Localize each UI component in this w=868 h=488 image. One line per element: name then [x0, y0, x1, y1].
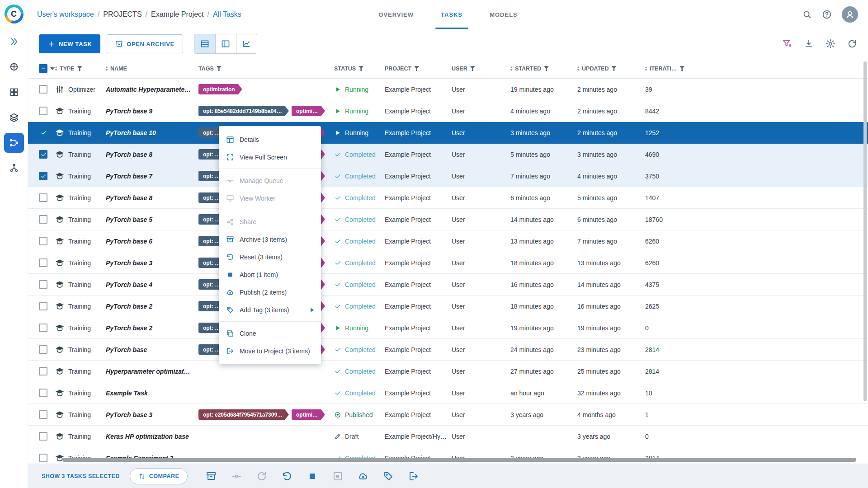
horizontal-scrollbar[interactable]: [62, 458, 856, 462]
show-selected-link[interactable]: SHOW 3 TASKS SELECTED: [42, 473, 120, 479]
abort-icon[interactable]: [307, 471, 318, 482]
table-row[interactable]: Training PyTorch base 3 opt: …optimi… Co…: [28, 252, 868, 274]
table-row[interactable]: Training PyTorch base 5 opt: …optimi… Co…: [28, 209, 868, 230]
row-checkbox[interactable]: [39, 367, 47, 375]
column-header[interactable]: ▴▾ NAME: [106, 66, 198, 72]
new-task-button[interactable]: NEW TASK: [39, 34, 100, 53]
chart-view-button[interactable]: [236, 34, 257, 53]
column-header[interactable]: ▴▾ ITERATI…: [645, 66, 868, 72]
add-tag-icon[interactable]: [383, 471, 394, 482]
task-name[interactable]: Automatic Hyperparamete…: [106, 86, 192, 93]
context-menu-item[interactable]: Abort (1 item): [219, 266, 321, 283]
context-menu-item[interactable]: View Full Screen: [219, 148, 321, 166]
move-to-project-icon[interactable]: [408, 471, 419, 482]
filter-funnel-icon[interactable]: [359, 66, 363, 71]
row-checkbox[interactable]: [39, 128, 47, 137]
user-avatar[interactable]: [842, 6, 858, 23]
task-name[interactable]: PyTorch base 3: [106, 411, 192, 418]
sidebar-item-dashboard[interactable]: [4, 57, 24, 77]
filter-funnel-icon[interactable]: [612, 66, 617, 71]
filter-funnel-icon[interactable]: [470, 66, 475, 71]
row-checkbox[interactable]: [39, 389, 47, 397]
filter-funnel-icon[interactable]: [679, 66, 684, 71]
table-row[interactable]: Training PyTorch base 9 opt: 85e5482ddd7…: [28, 100, 868, 122]
context-menu-item[interactable]: Publish (2 items): [219, 283, 321, 301]
row-checkbox[interactable]: [39, 280, 47, 289]
task-name[interactable]: PyTorch base 6: [106, 238, 192, 245]
table-row[interactable]: Training PyTorch base 10 opt: …optimi… R…: [28, 122, 868, 144]
context-menu-item[interactable]: Reset (3 items): [219, 248, 321, 266]
filter-funnel-icon[interactable]: [544, 66, 549, 71]
compare-button[interactable]: COMPARE: [130, 468, 188, 484]
sidebar-item-expand[interactable]: [4, 32, 24, 52]
row-checkbox[interactable]: [39, 324, 47, 332]
vertical-scrollbar[interactable]: [863, 61, 867, 456]
sort-icon[interactable]: ▴▾: [106, 66, 108, 71]
sidebar-item-datasets[interactable]: [4, 108, 24, 127]
row-checkbox[interactable]: [39, 237, 47, 245]
card-view-button[interactable]: [215, 34, 236, 53]
search-icon[interactable]: [802, 9, 812, 19]
column-header[interactable]: ▴▾ STARTED: [510, 66, 577, 72]
row-checkbox[interactable]: [39, 85, 47, 94]
reset-icon[interactable]: [282, 471, 292, 482]
column-header[interactable]: STATUS: [334, 66, 385, 72]
context-menu-item[interactable]: Move to Project (3 items): [219, 342, 321, 360]
context-menu-item[interactable]: Archive (3 items): [219, 230, 321, 248]
task-name[interactable]: PyTorch base 5: [106, 216, 192, 223]
sort-icon[interactable]: ▴▾: [510, 66, 512, 71]
task-name[interactable]: PyTorch base 2: [106, 324, 192, 332]
context-menu-item[interactable]: Details: [219, 131, 321, 148]
download-icon[interactable]: [804, 39, 814, 49]
task-name[interactable]: PyTorch base 4: [106, 281, 192, 288]
publish-icon[interactable]: [358, 471, 368, 482]
row-checkbox[interactable]: [39, 454, 47, 462]
sort-icon[interactable]: ▴▾: [645, 66, 647, 71]
sort-icon[interactable]: ▴▾: [55, 66, 57, 71]
table-row[interactable]: Training Hyperparameter optimizati… Comp…: [28, 361, 868, 382]
select-all-checkbox[interactable]: [39, 64, 47, 73]
help-icon[interactable]: [822, 9, 832, 19]
task-name[interactable]: PyTorch base: [106, 346, 192, 353]
table-row[interactable]: Training PyTorch base 4 opt: …optimi… Co…: [28, 274, 868, 296]
row-checkbox[interactable]: [39, 432, 47, 441]
breadcrumb-item[interactable]: All Tasks: [213, 10, 241, 19]
column-header[interactable]: TAGS: [198, 66, 334, 72]
table-row[interactable]: Training PyTorch base 2 opt: …optimi… Ru…: [28, 317, 868, 339]
settings-gear-icon[interactable]: [826, 39, 835, 49]
table-row[interactable]: Training Example Task Completed Example …: [28, 382, 868, 404]
table-row[interactable]: Training PyTorch base 3 opt: e205d684f79…: [28, 404, 868, 426]
open-archive-button[interactable]: OPEN ARCHIVE: [107, 34, 183, 53]
sort-icon[interactable]: ▴▾: [577, 66, 579, 71]
table-row[interactable]: Training Keras HP optimization base Draf…: [28, 426, 868, 447]
row-checkbox[interactable]: [39, 107, 47, 115]
selection-dropdown-caret[interactable]: [50, 67, 55, 70]
breadcrumb-item[interactable]: PROJECTS: [103, 10, 142, 19]
row-checkbox[interactable]: [39, 193, 47, 202]
row-checkbox[interactable]: [39, 258, 47, 267]
task-name[interactable]: PyTorch base 8: [106, 194, 192, 202]
task-name[interactable]: Example Task: [106, 389, 192, 397]
filter-funnel-icon[interactable]: [217, 66, 222, 71]
task-name[interactable]: PyTorch base 7: [106, 173, 192, 180]
column-header[interactable]: ▴▾ UPDATED: [577, 66, 645, 72]
sidebar-item-pipelines-active[interactable]: [4, 133, 24, 153]
table-row[interactable]: Optimizer Automatic Hyperparamete… optim…: [28, 79, 868, 100]
tab-models[interactable]: MODELS: [478, 0, 529, 29]
clear-filters-icon[interactable]: [782, 39, 792, 49]
task-name[interactable]: PyTorch base 8: [106, 151, 192, 158]
auto-refresh-icon[interactable]: [847, 39, 857, 49]
task-name[interactable]: Keras HP optimization base: [106, 433, 192, 440]
row-checkbox[interactable]: [39, 150, 47, 159]
sidebar-item-projects[interactable]: [4, 82, 24, 102]
table-row[interactable]: Training PyTorch base 7 opt: …optimi… Co…: [28, 165, 868, 187]
filter-funnel-icon[interactable]: [414, 66, 419, 71]
table-row[interactable]: Training PyTorch base 6 opt: …optimi… Co…: [28, 230, 868, 252]
row-checkbox[interactable]: [39, 215, 47, 224]
context-menu-item[interactable]: Clone: [219, 324, 321, 342]
column-header[interactable]: ▴▾ TYPE: [55, 66, 106, 72]
context-menu-item[interactable]: Add Tag (3 items): [219, 301, 321, 319]
clearml-logo[interactable]: C: [5, 5, 24, 23]
sidebar-item-workers[interactable]: [4, 158, 24, 178]
tab-overview[interactable]: OVERVIEW: [367, 0, 425, 29]
